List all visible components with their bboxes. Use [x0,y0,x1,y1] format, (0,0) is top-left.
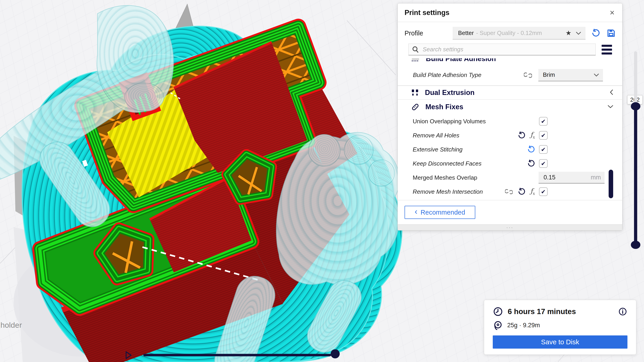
dual-extrusion-icon [411,89,419,97]
setting-label: Build Plate Adhesion Type [413,72,524,79]
close-icon[interactable]: × [609,9,616,17]
info-icon[interactable] [618,307,627,316]
chevron-down-icon [576,30,582,37]
layer-slider-range[interactable] [634,107,637,246]
search-input[interactable] [422,46,592,53]
setting-row-remove-mesh-intersection: Remove Mesh Intersection ƒx ✔ [398,185,622,199]
reset-setting-icon[interactable] [518,131,526,139]
function-icon[interactable]: ƒx [530,131,535,139]
adhesion-category-icon [411,58,420,63]
star-icon[interactable]: ★ [566,29,572,37]
setting-row-adhesion-type: Build Plate Adhesion Type Brim [398,66,622,86]
path-slider-track[interactable] [143,354,331,356]
save-to-disk-button[interactable]: Save to Disk [493,335,628,348]
keep-faces-checkbox[interactable]: ✔ [539,159,548,168]
reset-setting-icon[interactable] [518,188,526,196]
print-time-estimate: 6 hours 17 minutes [508,307,576,316]
overlap-input[interactable] [543,174,577,181]
reset-profile-icon[interactable] [592,29,600,38]
path-slider-handle[interactable] [330,349,340,358]
panel-scrollbar[interactable] [609,170,613,198]
category-mesh-fixes[interactable]: Mesh Fixes [398,100,622,114]
category-dual-extrusion[interactable]: Dual Extrusion [398,86,622,100]
union-checkbox[interactable]: ✔ [539,117,548,126]
profile-value: Better [458,30,474,37]
panel-header: Print settings × [398,4,622,22]
remove-holes-checkbox[interactable]: ✔ [539,131,548,140]
save-profile-icon[interactable] [607,29,616,38]
profile-label: Profile [404,30,452,37]
setting-row-remove-all-holes: Remove All Holes ƒx ✔ [398,128,622,142]
profile-dropdown[interactable]: Better - Super Quality - 0.12mm ★ [452,27,586,40]
mesh-fixes-icon [411,103,420,111]
panel-title: Print settings [404,9,450,17]
setting-row-union-overlapping-volumes: Union Overlapping Volumes ✔ [398,114,622,128]
layer-slider-handle-top[interactable] [631,102,640,110]
print-settings-panel: Print settings × Profile Better - Super … [398,3,622,231]
settings-menu-icon[interactable] [602,45,612,55]
overlap-input-box: mm [538,172,604,184]
unit-label: mm [591,174,601,181]
search-icon [412,46,419,53]
chevron-left-icon: ‹ [415,207,418,217]
link-icon[interactable] [505,188,513,196]
profile-value-secondary: - Super Quality - 0.12mm [476,30,542,37]
layer-slider [633,51,638,249]
path-slider [122,349,345,361]
category-build-plate-adhesion[interactable]: Build Plate Adhesion [398,58,622,66]
reset-setting-icon[interactable] [527,160,535,167]
setting-row-extensive-stitching: Extensive Stitching ✔ [398,142,622,156]
search-box [408,44,596,55]
model-name-label: holder [0,321,22,329]
material-spool-icon [493,320,502,330]
link-icon[interactable] [524,71,532,79]
extensive-stitching-checkbox[interactable]: ✔ [539,145,548,154]
layer-slider-handle-bottom[interactable] [631,241,640,249]
print-summary-card: 6 hours 17 minutes 25g · 9.29m Save to D… [484,300,636,355]
reset-setting-icon-blue[interactable] [527,145,535,153]
adhesion-type-dropdown[interactable]: Brim [538,69,603,81]
profile-row: Profile Better - Super Quality - 0.12mm … [398,22,622,43]
panel-resize-handle[interactable]: ··· [398,224,622,230]
search-row [398,43,622,58]
setting-row-merged-meshes-overlap: Merged Meshes Overlap mm [398,170,622,185]
chevron-left-icon [610,89,614,96]
chevron-down-icon [607,104,614,109]
chevron-down-icon [594,71,599,78]
setting-row-keep-disconnected-faces: Keep Disconnected Faces ✔ [398,156,622,170]
clock-icon [493,307,503,316]
recommended-button[interactable]: ‹ Recommended [404,206,475,219]
function-icon[interactable]: ƒx [530,188,535,196]
mesh-intersection-checkbox[interactable]: ✔ [539,187,548,196]
material-estimate: 25g · 9.29m [507,322,540,329]
